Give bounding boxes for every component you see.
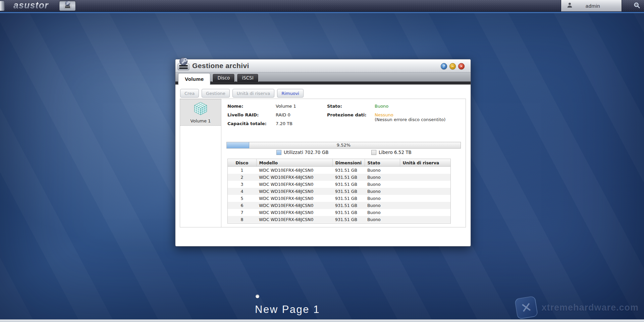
taskbar-edge-handle	[0, 1, 5, 11]
raid-label: Livello RAID:	[227, 112, 259, 117]
table-row[interactable]: 1WDC WD10EFRX-68JCSN0931.51 GBBuono	[228, 167, 450, 174]
table-row[interactable]: 8WDC WD10EFRX-68JCSN0931.51 GBBuono	[228, 216, 450, 223]
legend-free: Libero 6.52 TB	[371, 150, 412, 155]
watermark-text: xtremehardware.com	[541, 303, 639, 313]
tab-bar: VolumeDiscoiSCSI	[175, 72, 471, 85]
user-icon	[567, 2, 573, 10]
volume-sidebar: Volume 1	[180, 99, 221, 227]
window-titlebar[interactable]: Gestione archivi ? − ✕	[175, 59, 471, 72]
taskbar: asustor	[0, 0, 644, 12]
table-row[interactable]: 3WDC WD10EFRX-68JCSN0931.51 GBBuono	[228, 181, 450, 188]
legend-free-swatch	[371, 150, 376, 155]
volume-panel: Volume 1 Nome: Volume 1 Stato: Buono Liv…	[180, 99, 466, 227]
column-header-dimensioni[interactable]: Dimensioni	[332, 159, 365, 167]
capacita-label: Capacità totale:	[227, 121, 267, 126]
column-header-stato[interactable]: Stato	[365, 159, 400, 167]
raid-value: RAID 0	[276, 112, 290, 117]
protezione-note: (Nessun errore disco consentito)	[375, 117, 445, 122]
table-row[interactable]: 4WDC WD10EFRX-68JCSN0931.51 GBBuono	[228, 188, 450, 195]
window-controls: ? − ✕	[441, 63, 465, 69]
close-icon[interactable]: ✕	[458, 63, 465, 69]
toolbar-button-crea[interactable]: Crea	[180, 89, 199, 98]
cube-icon	[193, 101, 208, 118]
sidebar-item-volume1[interactable]: Volume 1	[180, 99, 221, 126]
storage-manager-window: Gestione archivi ? − ✕ VolumeDiscoiSCSI …	[175, 59, 471, 247]
taskbar-accent-line	[0, 12, 644, 13]
tab-iscsi[interactable]: iSCSI	[237, 73, 258, 82]
sidebar-item-label: Volume 1	[191, 118, 211, 123]
desktop: asustor	[0, 0, 644, 322]
protezione-label: Protezione dati:	[327, 112, 366, 117]
usage-percent: 9.52%	[227, 142, 461, 148]
tab-disco[interactable]: Disco	[212, 73, 235, 82]
column-header-unit-di-riserva[interactable]: Unità di riserva	[400, 159, 450, 167]
toolbar-button-gestione[interactable]: Gestione	[202, 89, 230, 98]
taskbar-storage-manager-button[interactable]	[59, 1, 76, 11]
search-icon	[633, 2, 641, 10]
table-row[interactable]: 6WDC WD10EFRX-68JCSN0931.51 GBBuono	[228, 202, 450, 209]
toolbar-button-unit-di-riserva[interactable]: Unità di riserva	[232, 89, 274, 98]
toolbar: CreaGestioneUnità di riservaRimuovi	[180, 89, 304, 98]
legend-used-swatch	[276, 150, 281, 155]
stato-value: Buono	[375, 104, 388, 109]
minimize-icon[interactable]: −	[449, 63, 456, 69]
usage-bar: 9.52%	[226, 142, 461, 149]
stato-label: Stato:	[327, 104, 342, 109]
capacita-value: 7.20 TB	[276, 121, 292, 126]
storage-manager-icon	[176, 57, 191, 72]
nome-label: Nome:	[227, 104, 243, 109]
asustor-logo: asustor	[13, 0, 49, 11]
legend-used-label: Utilizzati 702.70 GB	[284, 150, 328, 155]
tab-volume[interactable]: Volume	[178, 73, 210, 85]
bottom-strip	[0, 319, 644, 322]
column-header-modello[interactable]: Modello	[256, 159, 332, 167]
table-row[interactable]: 5WDC WD10EFRX-68JCSN0931.51 GBBuono	[228, 195, 450, 202]
help-icon[interactable]: ?	[441, 63, 447, 69]
table-row[interactable]: 2WDC WD10EFRX-68JCSN0931.51 GBBuono	[228, 174, 450, 181]
table-row[interactable]: 7WDC WD10EFRX-68JCSN0931.51 GBBuono	[228, 209, 450, 216]
taskbar-search-button[interactable]	[633, 2, 641, 10]
page-title: New Page 1	[255, 304, 320, 316]
legend-free-label: Libero 6.52 TB	[379, 150, 412, 155]
window-title: Gestione archivi	[192, 59, 249, 72]
watermark: ✕ xtremehardware.com	[516, 297, 639, 318]
legend-used: Utilizzati 702.70 GB	[276, 150, 328, 155]
xtremehardware-logo-icon: ✕	[515, 296, 538, 320]
taskbar-user-menu[interactable]: admin	[561, 0, 622, 11]
taskbar-username: admin	[573, 3, 622, 9]
toolbar-button-rimuovi[interactable]: Rimuovi	[277, 89, 304, 98]
page-bullet	[256, 294, 259, 298]
storage-manager-icon	[63, 1, 72, 11]
disk-table-header-row: DiscoModelloDimensioniStatoUnità di rise…	[228, 159, 450, 167]
nome-value: Volume 1	[276, 104, 296, 109]
disk-table-body: 1WDC WD10EFRX-68JCSN0931.51 GBBuono2WDC …	[228, 167, 450, 223]
disk-table: DiscoModelloDimensioniStatoUnità di rise…	[227, 159, 451, 224]
column-header-disco[interactable]: Disco	[228, 159, 256, 167]
protezione-value: Nessuno	[375, 112, 393, 117]
